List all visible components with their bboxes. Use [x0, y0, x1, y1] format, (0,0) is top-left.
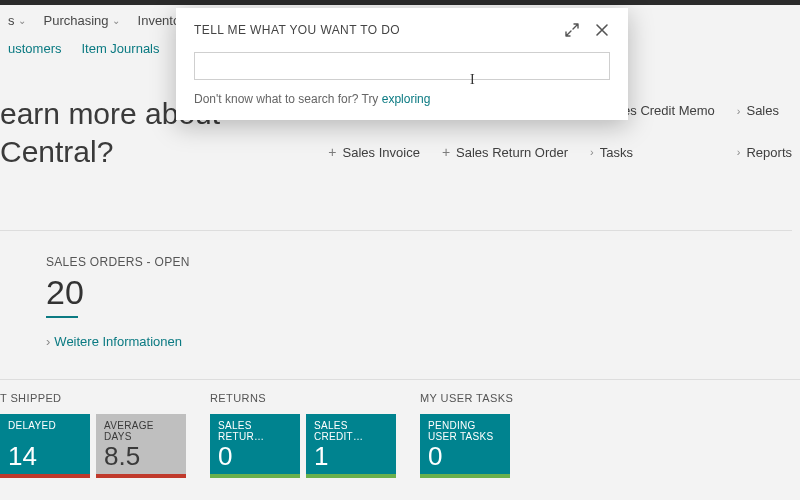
group-shipped: T SHIPPED LY DELAYED 14 AVERAGE DAYS DEL…: [0, 392, 186, 478]
plus-icon: +: [442, 144, 450, 160]
tile-pending-user-tasks[interactable]: PENDING USER TASKS 0: [420, 414, 510, 478]
group-title: RETURNS: [210, 392, 396, 404]
kpi-accent: [46, 316, 78, 318]
group-title: MY USER TASKS: [420, 392, 513, 404]
tile-status-bar: [210, 474, 300, 478]
tile-title: AVERAGE DAYS DELAYED: [104, 420, 178, 442]
group-returns: RETURNS SALES RETUR… OPEN - 0 SALES CRED…: [210, 392, 396, 478]
chevron-down-icon: ⌄: [112, 15, 120, 26]
kpi-more-link[interactable]: Weitere Informationen: [46, 334, 800, 349]
tile-sales-return-open[interactable]: SALES RETUR… OPEN - 0: [210, 414, 300, 478]
tile-title: SALES CREDIT… OPEN -: [314, 420, 388, 442]
action-label: Tasks: [600, 145, 633, 160]
tile-value: 0: [428, 441, 442, 472]
action-label: Sales Invoice: [343, 145, 420, 160]
tell-me-dialog: TELL ME WHAT YOU WANT TO DO Don't know w…: [176, 8, 628, 120]
action-label: Sales: [746, 103, 779, 118]
chevron-right-icon: ›: [737, 146, 741, 158]
subnav-item-journals[interactable]: Item Journals: [81, 41, 159, 56]
close-icon[interactable]: [594, 22, 610, 38]
chevron-right-icon: ›: [590, 146, 594, 158]
tile-status-bar: [96, 474, 186, 478]
plus-icon: +: [328, 144, 336, 160]
tile-value: 1: [314, 441, 328, 472]
tile-avg-days-delayed[interactable]: AVERAGE DAYS DELAYED 8.5: [96, 414, 186, 478]
tiles: SALES RETUR… OPEN - 0 SALES CREDIT… OPEN…: [210, 414, 396, 478]
chevron-right-icon: ›: [737, 105, 741, 117]
tiles: PENDING USER TASKS 0: [420, 414, 513, 478]
tile-status-bar: [0, 474, 90, 478]
hint-text: Don't know what to search for? Try: [194, 92, 382, 106]
kpi-label: SALES ORDERS - OPEN: [46, 255, 800, 269]
tile-delayed[interactable]: DELAYED 14: [0, 414, 90, 478]
nav-item-sales[interactable]: s ⌄: [8, 13, 26, 28]
dialog-header: TELL ME WHAT YOU WANT TO DO: [194, 22, 610, 38]
dialog-hint: Don't know what to search for? Try explo…: [194, 92, 610, 106]
kpi-value[interactable]: 20: [46, 273, 800, 312]
text-cursor: [470, 70, 471, 85]
tile-status-bar: [420, 474, 510, 478]
action-sales-return-order[interactable]: +Sales Return Order: [442, 135, 568, 171]
tile-title: SALES RETUR… OPEN -: [218, 420, 292, 442]
group-title: T SHIPPED: [0, 392, 186, 404]
tell-me-input[interactable]: [194, 52, 610, 80]
action-tasks[interactable]: ›Tasks: [590, 135, 715, 171]
hint-link-exploring[interactable]: exploring: [382, 92, 431, 106]
chevron-down-icon: ⌄: [18, 15, 26, 26]
tiles: LY DELAYED 14 AVERAGE DAYS DELAYED 8.5: [0, 414, 186, 478]
tile-sales-credit-open[interactable]: SALES CREDIT… OPEN - 1: [306, 414, 396, 478]
tile-title: DELAYED: [8, 420, 82, 442]
tile-value: 8.5: [104, 441, 140, 472]
dialog-title: TELL ME WHAT YOU WANT TO DO: [194, 23, 564, 37]
kpi-sales-orders-open: SALES ORDERS - OPEN 20 Weitere Informati…: [0, 231, 800, 349]
tile-groups: T SHIPPED LY DELAYED 14 AVERAGE DAYS DEL…: [0, 379, 800, 478]
tile-value: 0: [218, 441, 232, 472]
dialog-controls: [564, 22, 610, 38]
action-reports-menu[interactable]: ›Reports: [737, 135, 792, 171]
nav-item-purchasing[interactable]: Purchasing ⌄: [44, 13, 120, 28]
action-sales-menu[interactable]: ›Sales: [737, 93, 792, 129]
expand-icon[interactable]: [564, 22, 580, 38]
tile-status-bar: [306, 474, 396, 478]
headline-line2: Central?: [0, 133, 220, 171]
subnav-customers[interactable]: ustomers: [8, 41, 61, 56]
nav-label: s: [8, 13, 15, 28]
nav-label: Purchasing: [44, 13, 109, 28]
action-sales-invoice[interactable]: +Sales Invoice: [328, 135, 420, 171]
group-user-tasks: MY USER TASKS PENDING USER TASKS 0: [420, 392, 513, 478]
action-label: Sales Return Order: [456, 145, 568, 160]
action-label: Reports: [746, 145, 792, 160]
tile-title: PENDING USER TASKS: [428, 420, 502, 442]
tile-value: 14: [8, 441, 37, 472]
